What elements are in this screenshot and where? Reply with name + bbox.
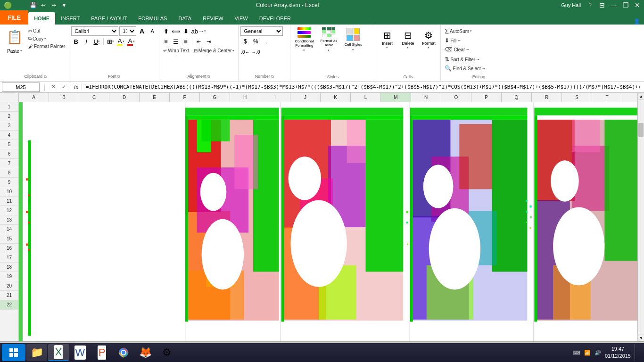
row-header[interactable]: 9 <box>0 178 18 187</box>
col-header-T[interactable]: T <box>592 93 622 102</box>
scroll-thumb[interactable] <box>638 123 644 137</box>
font-dialog-icon[interactable]: ⧉ <box>117 74 120 79</box>
align-left-button[interactable]: ≡ <box>161 37 171 46</box>
orientation-dropdown-icon[interactable]: ▾ <box>204 29 206 33</box>
borders-button[interactable]: ⊞ ▾ <box>106 37 115 46</box>
col-header-L[interactable]: L <box>351 93 381 102</box>
taskbar-excel[interactable]: X <box>48 344 69 361</box>
redo-qat-button[interactable]: ↪ <box>49 1 58 9</box>
tab-developer[interactable]: DEVELOPER <box>254 12 297 25</box>
function-icon[interactable]: fx <box>71 83 82 90</box>
number-dialog-icon[interactable]: ⧉ <box>271 74 274 79</box>
show-desktop-button[interactable] <box>635 344 638 361</box>
comma-button[interactable]: , <box>261 37 271 46</box>
formula-input[interactable] <box>84 82 642 92</box>
row-header[interactable]: 7 <box>0 159 18 168</box>
save-qat-button[interactable]: 💾 <box>28 1 38 9</box>
corner-cell[interactable] <box>0 93 19 102</box>
tab-file[interactable]: FILE <box>0 10 28 25</box>
row-header[interactable]: 14 <box>0 225 18 234</box>
col-header-F[interactable]: F <box>170 93 200 102</box>
row-header[interactable]: 21 <box>0 291 18 300</box>
format-as-table-button[interactable]: Format as Table ▾ <box>317 26 340 52</box>
row-header[interactable]: 1 <box>0 102 18 112</box>
format-dropdown-icon[interactable]: ▾ <box>428 46 429 49</box>
format-button[interactable]: ⚙ Format ▾ <box>419 26 438 52</box>
row-header[interactable]: 19 <box>0 272 18 281</box>
row-header[interactable]: 12 <box>0 206 18 215</box>
font-color-button[interactable]: A ▾ <box>126 37 136 46</box>
format-painter-button[interactable]: 🖌 Format Painter <box>26 43 67 50</box>
row-header[interactable]: 8 <box>0 168 18 178</box>
paste-dropdown-icon[interactable]: ▾ <box>20 49 22 53</box>
row-header[interactable]: 20 <box>0 281 18 291</box>
font-color-dropdown-icon[interactable]: ▾ <box>133 40 135 43</box>
bold-button[interactable]: B <box>71 37 81 46</box>
col-header-I[interactable]: I <box>260 93 290 102</box>
insert-button[interactable]: ⊞ Insert ▾ <box>377 26 397 52</box>
vertical-scrollbar[interactable]: ▲ ▼ <box>637 93 644 341</box>
fill-color-dropdown-icon[interactable]: ▾ <box>123 40 124 43</box>
font-size-select[interactable]: 11 <box>119 26 136 36</box>
cell-styles-button[interactable]: Cell Styles ▾ <box>341 26 365 52</box>
fill-button[interactable]: ⬇ Fill ~ <box>443 36 514 45</box>
underline-dropdown-icon[interactable]: ▾ <box>98 40 100 43</box>
sort-filter-button[interactable]: ⇅ Sort & Filter ~ <box>443 55 514 64</box>
restore-button[interactable]: ❐ <box>623 1 629 9</box>
col-header-P[interactable]: P <box>471 93 502 102</box>
taskbar-chrome[interactable] <box>113 344 134 361</box>
format-as-table-dropdown-icon[interactable]: ▾ <box>328 49 330 52</box>
align-middle-button[interactable]: ⟺ <box>171 26 181 36</box>
align-top-button[interactable]: ⬆ <box>161 26 171 36</box>
taskbar-explorer[interactable]: 📁 <box>26 344 47 361</box>
copy-dropdown-icon[interactable]: ▾ <box>44 37 46 41</box>
fill-color-button[interactable]: A ▾ <box>116 37 125 46</box>
taskbar-powerpoint[interactable]: P <box>91 344 112 361</box>
underline-button[interactable]: U▾ <box>92 37 101 46</box>
row-header[interactable]: 10 <box>0 187 18 197</box>
font-name-select[interactable]: Calibri <box>71 26 118 36</box>
ribbon-options-button[interactable]: ⊟ <box>599 1 605 9</box>
insert-dropdown-icon[interactable]: ▾ <box>386 46 388 49</box>
autosum-dropdown-icon[interactable]: ▾ <box>470 29 472 33</box>
taskbar-settings[interactable]: ⚙ <box>157 344 177 361</box>
increase-decimal-button[interactable]: →.0 <box>251 47 260 57</box>
col-header-G[interactable]: G <box>200 93 230 102</box>
tray-network-icon[interactable]: 📶 <box>584 350 591 356</box>
scroll-down-button[interactable]: ▼ <box>638 335 644 341</box>
row-header[interactable]: 15 <box>0 234 18 244</box>
decrease-indent-button[interactable]: ⇤ <box>194 37 203 46</box>
number-format-select[interactable]: General <box>240 26 283 36</box>
close-button[interactable]: ✕ <box>635 1 640 9</box>
align-right-button[interactable]: ≡ <box>181 37 190 46</box>
tab-formulas[interactable]: FORMULAS <box>132 12 173 25</box>
tab-data[interactable]: DATA <box>173 12 197 25</box>
wrap-text-button[interactable]: ↵ Wrap Text <box>161 47 191 54</box>
row-header[interactable]: 18 <box>0 263 18 272</box>
row-header[interactable]: 11 <box>0 197 18 206</box>
taskbar-word[interactable]: W <box>70 344 91 361</box>
taskbar-firefox[interactable]: 🦊 <box>135 344 156 361</box>
borders-dropdown-icon[interactable]: ▾ <box>112 40 114 43</box>
col-header-J[interactable]: J <box>290 93 321 102</box>
align-center-button[interactable]: ☰ <box>171 37 181 46</box>
merge-center-button[interactable]: ⊟ Merge & Center ▾ <box>192 47 237 54</box>
currency-button[interactable]: $ <box>240 37 250 46</box>
row-header[interactable]: 2 <box>0 112 18 121</box>
conditional-formatting-dropdown-icon[interactable]: ▾ <box>303 49 305 52</box>
tray-volume-icon[interactable]: 🔊 <box>594 350 601 356</box>
start-button[interactable] <box>2 344 25 361</box>
row-header[interactable]: 13 <box>0 215 18 225</box>
col-header-C[interactable]: C <box>79 93 109 102</box>
row-header[interactable]: 6 <box>0 149 18 159</box>
tab-insert[interactable]: INSERT <box>55 12 85 25</box>
col-header-B[interactable]: B <box>49 93 79 102</box>
col-header-E[interactable]: E <box>140 93 170 102</box>
scroll-track[interactable] <box>638 99 644 335</box>
merge-center-dropdown-icon[interactable]: ▾ <box>232 49 234 53</box>
system-clock[interactable]: 19:47 01/12/2015 <box>605 346 631 360</box>
minimize-button[interactable]: — <box>611 1 617 9</box>
tab-view[interactable]: VIEW <box>229 12 254 25</box>
row-header[interactable]: 3 <box>0 121 18 131</box>
percent-button[interactable]: % <box>251 37 260 46</box>
